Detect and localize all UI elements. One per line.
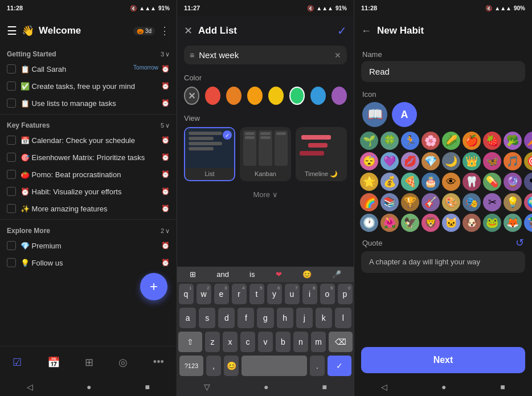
keyboard-grid-icon[interactable]: ⊞ (190, 270, 196, 279)
refresh-icon[interactable]: ↺ (515, 236, 524, 249)
icon-grid-item[interactable]: 🌱 (360, 132, 378, 150)
icon-grid-item[interactable]: 🥕 (524, 132, 532, 150)
key-o[interactable]: o9 (320, 284, 335, 304)
icon-grid-item[interactable]: ✂ (483, 193, 501, 211)
icon-grid-item[interactable]: 👑 (463, 152, 481, 170)
nav-more[interactable]: ••• (153, 356, 164, 368)
key-e[interactable]: e3 (214, 284, 229, 304)
key-x[interactable]: x (223, 332, 238, 352)
color-yellow[interactable] (247, 87, 263, 105)
icon-grid-item[interactable]: 🏃 (401, 132, 419, 150)
home-nav[interactable]: ● (87, 382, 91, 391)
icon-grid-item[interactable]: 💋 (401, 152, 419, 170)
back-nav-2[interactable]: ▽ (204, 382, 210, 391)
task-checkbox[interactable] (7, 153, 16, 162)
key-m[interactable]: m (311, 332, 326, 352)
icon-grid-item[interactable]: 👁 (442, 173, 460, 191)
icon-grid-item[interactable]: 🐸 (483, 214, 501, 232)
icon-grid-item[interactable]: 🍀 (380, 132, 399, 150)
key-z[interactable]: z (205, 332, 220, 352)
icon-grid-item[interactable]: 🕐 (360, 214, 378, 232)
icon-grid-item[interactable]: 💰 (380, 173, 399, 191)
icon-grid-item[interactable]: 🎵 (504, 152, 522, 170)
icon-grid-item[interactable]: 🌸 (421, 132, 440, 150)
key-shift[interactable]: ⇧ (178, 332, 202, 352)
icon-grid-item[interactable]: 📚 (380, 193, 399, 211)
back-button[interactable]: ← (361, 25, 371, 37)
selected-icon-book[interactable]: 📖 (362, 102, 387, 127)
icon-grid-item[interactable]: 🦆 (524, 214, 532, 232)
icon-grid-item[interactable]: 🏆 (401, 193, 419, 211)
task-habit[interactable]: ⏰ Habit: Visualize your efforts ⏰ (0, 183, 177, 200)
menu-icon[interactable]: ☰ (7, 24, 17, 38)
color-cancel[interactable]: ✕ (184, 87, 199, 105)
task-pomo[interactable]: 🍅 Pomo: Beat procrastination ⏰ (0, 166, 177, 183)
icon-grid-item[interactable]: ❤ (524, 173, 532, 191)
icon-grid-item[interactable]: 🎸 (421, 193, 440, 211)
color-blue[interactable] (310, 87, 326, 105)
icon-grid-item[interactable]: 🦊 (504, 214, 522, 232)
task-checkbox[interactable] (7, 64, 16, 74)
task-checkbox[interactable] (7, 170, 16, 179)
task-checkbox[interactable] (7, 241, 16, 250)
key-l[interactable]: l (335, 308, 351, 328)
close-button[interactable]: ✕ (184, 25, 193, 37)
icon-grid-item[interactable]: 💜 (380, 152, 399, 170)
key-k[interactable]: k (316, 308, 332, 328)
key-backspace[interactable]: ⌫ (329, 332, 353, 352)
icon-grid-item[interactable]: 💊 (483, 173, 501, 191)
task-more-features[interactable]: ✨ More amazing features ⏰ (0, 200, 177, 217)
key-emoji-btn[interactable]: 😊 (224, 356, 239, 376)
color-red[interactable] (205, 87, 220, 105)
key-space[interactable] (242, 356, 307, 376)
icon-grid-item[interactable]: 🎯 (524, 152, 532, 170)
key-b[interactable]: b (276, 332, 290, 352)
keyboard-heart[interactable]: ❤ (276, 270, 282, 279)
key-c[interactable]: c (240, 332, 255, 352)
icon-grid-item[interactable]: 🦅 (401, 214, 419, 232)
nav-tasks[interactable]: ☑ (13, 356, 22, 369)
back-nav[interactable]: ◁ (27, 382, 33, 391)
key-j[interactable]: j (296, 308, 313, 328)
color-green[interactable] (289, 87, 305, 105)
icon-grid-item[interactable]: 🎂 (421, 173, 440, 191)
key-enter[interactable]: ✓ (328, 356, 351, 376)
icon-grid-item[interactable]: 🦁 (421, 214, 440, 232)
icon-grid-item[interactable]: 🍓 (483, 132, 501, 150)
key-w[interactable]: w2 (197, 284, 211, 304)
key-period[interactable]: . (310, 356, 325, 376)
recents-nav-3[interactable]: ■ (500, 382, 505, 391)
key-r[interactable]: r4 (232, 284, 247, 304)
fab-button[interactable]: + (140, 273, 167, 300)
selected-icon-letter[interactable]: A (392, 102, 417, 127)
task-checkbox[interactable] (7, 187, 16, 196)
task-call-sarah[interactable]: 📋 Call Sarah Tomorrow ⏰ (0, 60, 177, 77)
home-nav-3[interactable]: ● (441, 382, 446, 391)
key-n[interactable]: n (293, 332, 308, 352)
icon-grid-item[interactable]: 😴 (360, 152, 378, 170)
key-d[interactable]: d (218, 308, 235, 328)
icon-grid-item[interactable]: 🌽 (442, 132, 460, 150)
task-create-tasks[interactable]: ✅ Create tasks, free up your mind ⏰ (0, 77, 177, 95)
icon-grid-item[interactable]: 🦷 (463, 173, 481, 191)
task-follow[interactable]: 💡 Follow us ⏰ (0, 254, 177, 271)
back-nav-3[interactable]: ◁ (381, 382, 387, 391)
keyboard-emoji[interactable]: 😊 (302, 270, 312, 279)
nav-calendar[interactable]: 📅 (47, 356, 60, 369)
habit-name-input[interactable] (361, 61, 525, 82)
icon-grid-item[interactable]: 🎭 (463, 193, 481, 211)
icon-grid-item[interactable]: 🐶 (463, 214, 481, 232)
key-comma[interactable]: , (206, 356, 221, 376)
view-timeline[interactable]: Timeline 🌙 (296, 127, 347, 181)
key-q[interactable]: q1 (179, 284, 194, 304)
key-a[interactable]: a (179, 308, 196, 328)
icon-grid-item[interactable]: 🌍 (524, 193, 532, 211)
list-name-input[interactable] (199, 50, 330, 60)
recents-nav-2[interactable]: ■ (322, 382, 327, 391)
task-premium[interactable]: 💎 Premium ⏰ (0, 237, 177, 254)
icon-grid-item[interactable]: 🍎 (463, 132, 481, 150)
recents-nav[interactable]: ■ (145, 382, 150, 391)
icon-grid-item[interactable]: 🦋 (483, 152, 501, 170)
key-v[interactable]: v (258, 332, 273, 352)
key-u[interactable]: u7 (285, 284, 300, 304)
